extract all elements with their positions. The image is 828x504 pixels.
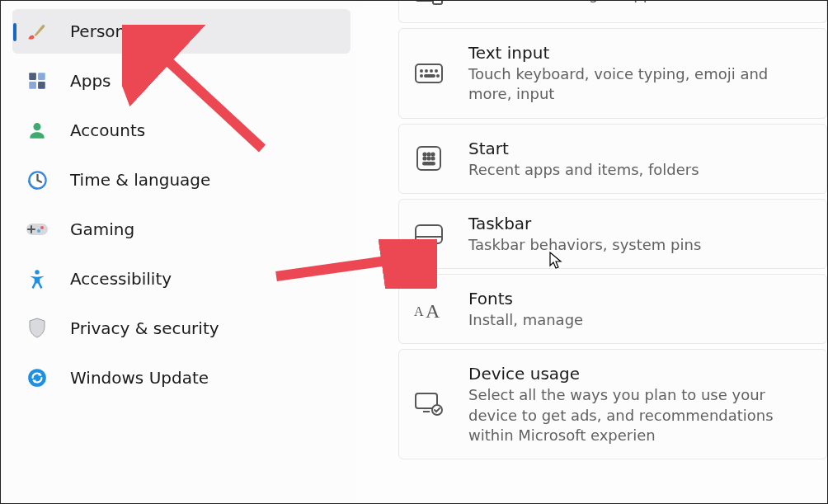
- card-taskbar[interactable]: Taskbar Taskbar behaviors, system pins: [398, 199, 827, 269]
- sidebar-item-time-language[interactable]: Time & language: [12, 158, 350, 202]
- card-device-usage[interactable]: Device usage Select all the ways you pla…: [398, 349, 827, 459]
- fonts-icon: AA: [414, 294, 444, 324]
- svg-rect-13: [416, 64, 442, 82]
- card-desc: Install, manage: [468, 310, 583, 330]
- svg-point-24: [431, 153, 434, 156]
- svg-rect-12: [433, 1, 442, 4]
- shield-icon: [26, 317, 49, 340]
- card-fonts[interactable]: AA Fonts Install, manage: [398, 274, 827, 344]
- svg-point-16: [430, 70, 432, 72]
- sidebar-item-label: Windows Update: [70, 368, 209, 388]
- sidebar-item-label: Accessibility: [70, 269, 172, 289]
- sidebar-item-gaming[interactable]: Gaming: [12, 207, 350, 252]
- svg-point-14: [421, 70, 422, 72]
- svg-point-9: [35, 270, 39, 274]
- accessibility-icon: [26, 267, 49, 290]
- card-title: Device usage: [468, 363, 810, 385]
- gamepad-icon: [26, 218, 49, 241]
- svg-rect-19: [425, 75, 435, 77]
- lock-screen-icon: [414, 1, 444, 9]
- svg-point-15: [426, 70, 427, 72]
- card-desc: Recent apps and items, folders: [468, 160, 699, 180]
- svg-point-23: [427, 153, 430, 156]
- keyboard-icon: [414, 59, 444, 88]
- card-desc: Select all the ways you plan to use your…: [468, 385, 810, 445]
- settings-sidebar: Personalization Apps Accounts Time & lan…: [1, 1, 362, 503]
- sidebar-item-apps[interactable]: Apps: [12, 59, 350, 103]
- card-title: Start: [468, 138, 699, 160]
- sidebar-item-label: Accounts: [70, 120, 145, 140]
- sidebar-item-accessibility[interactable]: Accessibility: [12, 257, 350, 301]
- svg-point-20: [437, 75, 439, 77]
- paintbrush-icon: [26, 20, 49, 43]
- svg-point-25: [423, 158, 426, 160]
- svg-text:A: A: [414, 304, 424, 318]
- sidebar-item-accounts[interactable]: Accounts: [12, 108, 350, 153]
- personalization-content: Lock screen images, apps, animations Tex…: [362, 1, 827, 503]
- sidebar-item-label: Personalization: [70, 21, 195, 41]
- update-icon: [26, 366, 49, 389]
- device-usage-icon: [414, 389, 444, 419]
- sidebar-item-label: Gaming: [70, 219, 134, 239]
- person-icon: [26, 119, 49, 142]
- svg-text:A: A: [426, 300, 440, 321]
- svg-point-22: [423, 153, 426, 156]
- svg-point-26: [427, 158, 430, 160]
- card-desc: Touch keyboard, voice typing, emoji and …: [468, 64, 810, 105]
- svg-point-8: [37, 229, 40, 233]
- svg-point-17: [435, 70, 437, 72]
- card-text-input[interactable]: Text input Touch keyboard, voice typing,…: [398, 28, 827, 119]
- sidebar-item-privacy-security[interactable]: Privacy & security: [12, 306, 350, 351]
- svg-rect-2: [29, 82, 36, 89]
- card-title: Taskbar: [468, 213, 701, 235]
- card-lock-screen[interactable]: Lock screen images, apps, animations: [398, 1, 827, 23]
- card-desc: Taskbar behaviors, system pins: [468, 235, 701, 255]
- sidebar-item-label: Privacy & security: [70, 318, 219, 338]
- card-start[interactable]: Start Recent apps and items, folders: [398, 124, 827, 194]
- svg-point-7: [40, 226, 44, 229]
- svg-rect-29: [416, 225, 442, 243]
- svg-point-4: [33, 123, 40, 130]
- apps-icon: [26, 69, 49, 92]
- start-icon: [414, 144, 444, 173]
- sidebar-item-windows-update[interactable]: Windows Update: [12, 356, 350, 400]
- svg-point-10: [28, 369, 46, 387]
- sidebar-item-label: Time & language: [70, 170, 210, 190]
- globe-clock-icon: [26, 168, 49, 191]
- svg-rect-0: [29, 73, 36, 80]
- card-title: Text input: [468, 42, 810, 64]
- card-desc: Lock screen images, apps, animations: [468, 1, 752, 4]
- svg-point-27: [431, 158, 434, 160]
- taskbar-icon: [414, 219, 444, 249]
- svg-rect-28: [423, 163, 435, 164]
- svg-rect-3: [38, 82, 45, 89]
- card-title: Fonts: [468, 288, 583, 310]
- svg-point-18: [421, 75, 422, 77]
- sidebar-item-personalization[interactable]: Personalization: [12, 9, 350, 54]
- svg-rect-1: [38, 73, 45, 80]
- sidebar-item-label: Apps: [70, 71, 111, 91]
